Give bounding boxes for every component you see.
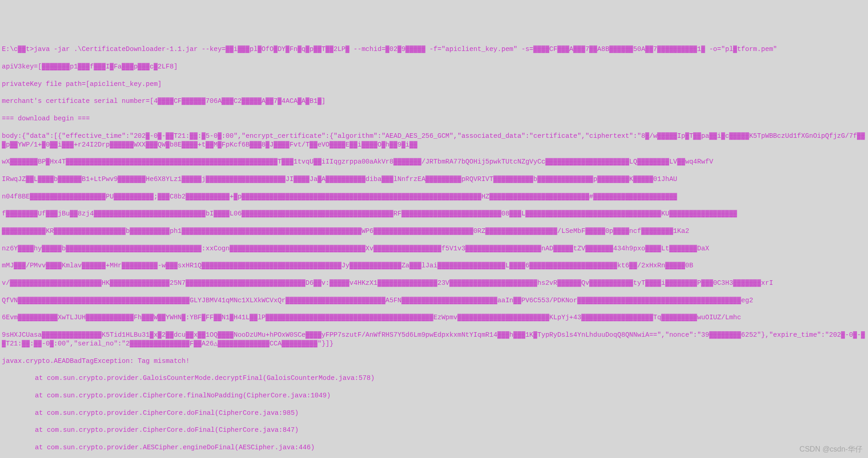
exception-line: javax.crypto.AEADBadTagException: Tag mi… xyxy=(2,357,866,366)
body-blur-line-6: nz6Y▓▓▓▓hy▓▓▓▓▓b▓▓▓▓▓▓▓▓▓▓▓▓▓▓▓▓▓▓▓▓▓▓▓▓… xyxy=(2,244,866,253)
body-start-line: body:{"data":[{"effective_time":"202▓-0▓… xyxy=(2,132,866,149)
body-blur-line-7: mMJ▓▓▓/PMvv▓▓▓▓Kmlav▓▓▓▓▓▓+MHr▓▓▓▓▓▓▓▓▓-… xyxy=(2,261,866,270)
body-blur-line-2: IRwqJZ▓▓L▓▓▓▓b▓▓▓▓▓▓B1+LtPwv9▓▓▓▓▓▓▓He6X… xyxy=(2,175,866,184)
body-blur-line-8: v/▓▓▓▓▓▓▓▓▓▓▓▓▓▓▓▓▓▓▓▓▓▓▓HK▓▓▓▓▓▓▓▓▓▓▓▓▓… xyxy=(2,279,866,288)
body-blur-line-3: n04f8BE▓▓▓▓▓▓▓▓▓▓▓▓▓▓▓▓▓▓▓PU▓▓▓▓▓▓▓▓▓▓;▓… xyxy=(2,192,866,201)
body-blur-line-1: wX▓▓▓▓▓▓▓BP▓Hx4T▓▓▓▓▓▓▓▓▓▓▓▓▓▓▓▓▓▓▓▓▓▓▓▓… xyxy=(2,158,866,166)
stack-trace-line: at com.sun.crypto.provider.CipherCore.do… xyxy=(2,409,866,418)
stack-trace-line: at com.sun.crypto.provider.AESCipher.eng… xyxy=(2,443,866,452)
body-blur-line-10: 6Evm▓▓▓▓▓▓▓▓▓▓XwTLJUH▓▓▓▓▓▓▓▓▓▓▓▓Fh▓▓▓W▓… xyxy=(2,313,866,322)
command-line: E:\c▓▓t>java -jar .\CertificateDownloade… xyxy=(2,45,866,54)
watermark: CSDN @csdn-华仔 xyxy=(800,445,862,454)
merchant-cert-line: merchant's certificate serial number=[4▓… xyxy=(2,97,866,106)
stack-trace-line: at com.sun.crypto.provider.GaloisCounter… xyxy=(2,374,866,383)
body-blur-line-4: f▓▓▓▓▓▓▓▓Uf▓▓▓jBu▓▓8zj4▓▓▓▓▓▓▓▓▓▓▓▓▓▓▓▓▓… xyxy=(2,209,866,218)
stack-trace-line: at com.sun.crypto.provider.CipherCore.do… xyxy=(2,426,866,435)
terminal-output: E:\c▓▓t>java -jar .\CertificateDownloade… xyxy=(2,36,866,458)
apiv3key-line: apiV3key=[▓▓▓▓▓▓▓p1▓▓▓f▓▓▓I▓Fa▓▓▓p▓▓▓c▓2… xyxy=(2,62,866,71)
body-blur-line-5: ▓▓▓▓▓▓▓▓▓▓▓KR▓▓▓▓▓▓▓▓▓▓▓▓▓▓▓▓▓▓b▓▓▓▓▓▓▓▓… xyxy=(2,227,866,236)
body-blur-line-9: QfVN▓▓▓▓▓▓▓▓▓▓▓▓▓▓▓▓▓▓▓▓▓▓▓▓▓▓▓▓▓▓▓▓▓▓▓▓… xyxy=(2,296,866,305)
private-key-line: privateKey file path=[apiclient_key.pem] xyxy=(2,80,866,89)
download-begin-line: === download begin === xyxy=(2,114,866,123)
body-end-line: 9sHXJCUasa▓▓▓▓▓▓▓▓▓▓▓▓▓▓▓K5Tid1HLBu31▓x▓… xyxy=(2,331,866,348)
stack-trace-line: at com.sun.crypto.provider.CipherCore.fi… xyxy=(2,391,866,400)
